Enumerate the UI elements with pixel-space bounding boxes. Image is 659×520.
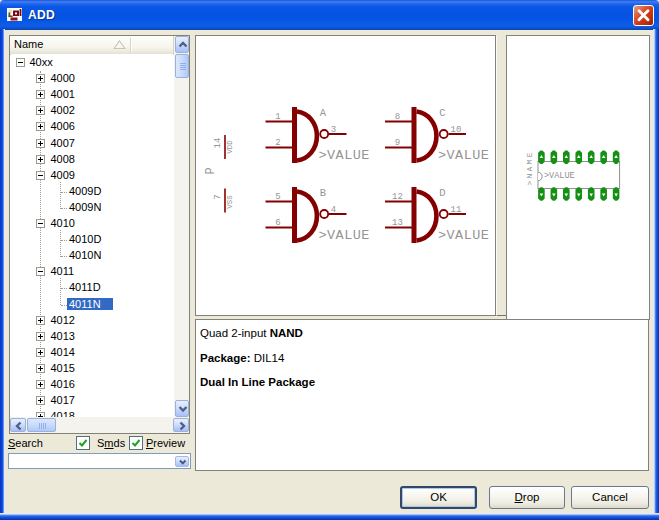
svg-text:5: 5 [275,192,280,202]
svg-text:B: B [320,187,326,199]
svg-text:1: 1 [275,112,280,122]
svg-text:12: 12 [392,192,403,202]
svg-text:>VALUE: >VALUE [319,148,370,163]
svg-text:P: P [204,167,218,174]
svg-text:4: 4 [331,205,336,215]
svg-text:VDD: VDD [226,140,234,154]
svg-text:8: 8 [395,112,400,122]
svg-text:13: 13 [392,218,403,228]
svg-text:7: 7 [213,194,223,199]
svg-text:>VALUE: >VALUE [438,228,489,243]
svg-text:3: 3 [331,125,336,135]
svg-text:9: 9 [395,138,400,148]
svg-text:2: 2 [275,138,280,148]
svg-text:11: 11 [451,205,462,215]
svg-text:C: C [439,107,445,119]
svg-text:>NAME: >NAME [525,150,534,185]
svg-text:14: 14 [213,138,223,149]
svg-text:>VALUE: >VALUE [544,171,575,181]
svg-text:>VALUE: >VALUE [319,228,370,243]
svg-text:VSS: VSS [226,195,234,209]
svg-text:10: 10 [451,125,462,135]
svg-text:D: D [439,187,445,199]
svg-text:>VALUE: >VALUE [438,148,489,163]
svg-text:6: 6 [275,218,280,228]
svg-text:A: A [320,107,327,119]
